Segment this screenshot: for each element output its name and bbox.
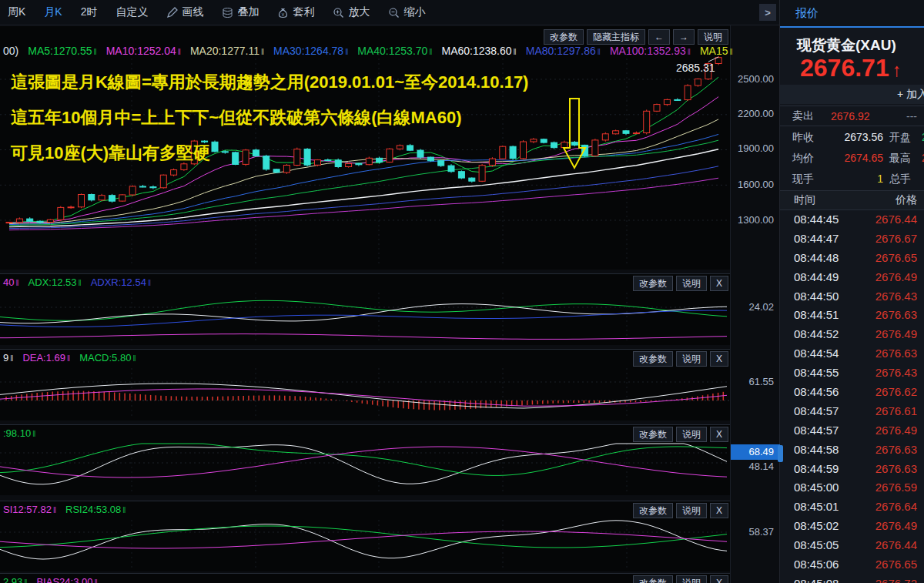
adx-params-button[interactable]: 改参数 <box>633 276 673 291</box>
rsi-close-button[interactable]: X <box>710 503 728 518</box>
macd-params-button[interactable]: 改参数 <box>633 351 673 367</box>
tick-row: 08:44:56 2676.62 <box>780 383 924 402</box>
main-params-button[interactable]: 改参数 <box>544 29 584 45</box>
tick-time: 08:44:50 <box>794 287 839 307</box>
bias-help-button[interactable]: 说明 <box>676 575 707 583</box>
rsi-axis-value: 58.37 <box>748 526 774 538</box>
quote-row: 现手 1 总手 <box>780 169 924 189</box>
axis-tick: 2500.00 <box>738 73 774 85</box>
tick-price: 2676.63 <box>875 344 917 364</box>
indicator-value-label: BIAS24:3.00 <box>36 576 97 583</box>
tick-row: 08:45:01 2676.64 <box>780 498 924 517</box>
tick-row: 08:44:54 2676.63 <box>780 344 924 364</box>
quote-label: 开盘 <box>889 127 922 148</box>
draw-line-button[interactable]: 画线 <box>166 5 203 19</box>
period-month-button[interactable]: 月K <box>44 5 62 19</box>
adx-close-button[interactable]: X <box>710 276 728 291</box>
period-2h-button[interactable]: 2时 <box>81 5 98 19</box>
ma-value-label: MA5:1270.55 <box>28 45 96 57</box>
quote-label: 昨收 <box>792 127 823 148</box>
last-price: 2676.71↑ <box>800 54 902 82</box>
zoom-out-button[interactable]: 缩小 <box>388 5 425 19</box>
tab-quote[interactable]: 报价 <box>780 0 819 26</box>
tick-row: 08:44:48 2676.65 <box>780 249 924 268</box>
ma-values-row: 00) MA5:1270.55MA10:1252.04MA20:1277.11M… <box>3 45 733 57</box>
kdj-canvas[interactable] <box>0 425 730 495</box>
sell-quote-row: 卖出 2676.92 --- <box>780 106 924 126</box>
tick-row: 08:44:55 2676.43 <box>780 364 924 383</box>
tick-time: 08:45:08 <box>794 575 839 583</box>
tick-price: 2676.44 <box>875 536 917 555</box>
ma-items: MA5:1270.55MA10:1252.04MA20:1277.11MA30:… <box>28 45 732 57</box>
adx-panel: 40ADX:12.53ADXR:12.54 改参数 说明 X <box>0 273 730 345</box>
macd-labels: 9DEA:1.69MACD:5.80 <box>3 352 136 364</box>
overlay-button[interactable]: 叠加 <box>222 5 259 19</box>
tick-price: 2676.43 <box>875 287 917 307</box>
axis-tick: 2200.00 <box>738 108 774 119</box>
quote-label: 均价 <box>792 148 823 169</box>
period-custom-button[interactable]: 自定义 <box>116 5 148 19</box>
tick-time: 08:44:57 <box>794 402 839 421</box>
macd-help-button[interactable]: 说明 <box>676 351 707 367</box>
tick-time: 08:44:45 <box>794 210 839 230</box>
quote-label: 现手 <box>792 169 823 189</box>
macd-panel: 9DEA:1.69MACD:5.80 改参数 说明 X <box>0 349 730 420</box>
tick-price: 2676.49 <box>875 325 917 344</box>
bias-close-button[interactable]: X <box>710 575 728 583</box>
scroll-right-button[interactable]: → <box>673 29 695 45</box>
tick-time: 08:44:57 <box>794 421 839 441</box>
bias-panel: 2.93BIAS24:3.00 改参数 说明 X <box>0 573 730 583</box>
macd-close-button[interactable]: X <box>710 351 728 367</box>
ma-value-label: MA100:1352.93 <box>610 45 691 57</box>
tick-time: 08:44:51 <box>794 306 839 325</box>
indicator-value-label: RSI24:53.08 <box>65 504 126 515</box>
ma-value-label: MA40:1253.70 <box>357 45 432 57</box>
scroll-left-button[interactable]: ← <box>648 29 670 45</box>
sell-price: 2676.92 <box>831 110 870 122</box>
price-up-arrow-icon: ↑ <box>892 59 902 80</box>
tick-list[interactable]: 08:44:45 2676.44 08:44:47 2676.67 08:44:… <box>780 210 924 583</box>
tick-time: 08:44:56 <box>794 383 839 402</box>
tick-price: 2676.63 <box>875 306 917 325</box>
tick-row: 08:45:06 2676.65 <box>780 555 924 575</box>
layers-stack-icon <box>222 7 233 18</box>
quote-grid: 昨收 2673.56 开盘 2 均价 2674.65 最高 2 现手 1 总手 <box>780 127 924 189</box>
ma-value-label: MA60:1238.60 <box>442 45 517 57</box>
indicator-value-label: :98.10 <box>3 427 35 439</box>
add-to-watchlist-row[interactable]: + 加入 <box>780 85 924 104</box>
main-help-button[interactable]: 说明 <box>698 29 728 45</box>
tick-row: 08:44:59 2676.63 <box>780 460 924 479</box>
annotation-line-2: 這五年10個月中=上上下下~但從不跌破第六條線(白線MA60) <box>11 100 528 136</box>
axis-tick: 1900.00 <box>738 142 774 154</box>
kdj-help-button[interactable]: 说明 <box>676 427 707 442</box>
bias-params-button[interactable]: 改参数 <box>633 575 673 583</box>
toolbar-expand-button[interactable]: > <box>759 4 776 21</box>
adx-help-button[interactable]: 说明 <box>676 276 707 291</box>
overlay-label: 叠加 <box>237 5 259 19</box>
tick-price: 2676.49 <box>875 268 917 287</box>
tick-row: 08:45:08 2676.72 <box>780 575 924 583</box>
rsi-help-button[interactable]: 说明 <box>676 503 707 518</box>
period-week-button[interactable]: 周K <box>8 5 25 19</box>
hide-indicators-button[interactable]: 隐藏主指标 <box>587 29 645 45</box>
pencil-icon <box>166 7 178 18</box>
tick-time: 08:44:52 <box>794 325 839 344</box>
tick-price: 2676.63 <box>875 460 917 479</box>
tick-price: 2676.65 <box>875 555 917 575</box>
quote-value: 2673.56 <box>823 127 889 148</box>
ma-value-label: MA15 <box>700 45 733 57</box>
arbitrage-button[interactable]: ¥ 套利 <box>277 5 314 19</box>
kdj-params-button[interactable]: 改参数 <box>633 427 673 442</box>
rsi-params-button[interactable]: 改参数 <box>633 503 673 518</box>
tick-row: 08:44:50 2676.43 <box>780 287 924 307</box>
sidebar-scrollbar-thumb[interactable] <box>778 445 783 462</box>
tick-price: 2676.43 <box>875 364 917 383</box>
annotation-line-3: 可見10座(大)靠山有多堅硬 <box>11 136 528 171</box>
kdj-close-button[interactable]: X <box>710 427 728 442</box>
adx-axis-value: 24.02 <box>748 301 774 313</box>
zoom-in-button[interactable]: 放大 <box>333 5 370 19</box>
tick-time: 08:44:58 <box>794 441 839 460</box>
quote-row: 均价 2674.65 最高 2 <box>780 148 924 169</box>
kdj-crosshair-badge: 68.49 <box>731 444 780 460</box>
tick-price: 2676.62 <box>875 383 917 402</box>
